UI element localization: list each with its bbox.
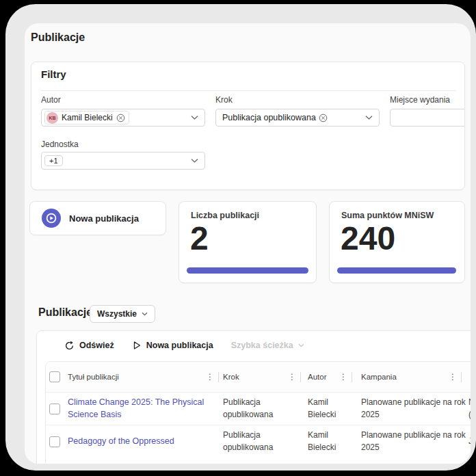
jednostka-label: Jednostka [41, 140, 79, 149]
row-checkbox[interactable] [49, 404, 60, 414]
krok-chip-label: Publikacja opublikowana [222, 113, 316, 122]
quick-path-button[interactable]: Szybka ścieżka [231, 341, 304, 350]
quick-path-label: Szybka ścieżka [231, 341, 293, 350]
autor-label: Autor [41, 95, 61, 105]
refresh-label: Odśwież [79, 341, 114, 350]
play-icon [132, 341, 142, 350]
autor-chip-label: Kamil Bielecki [62, 113, 113, 122]
table-footer-space [46, 458, 471, 464]
row-checkbox[interactable] [49, 436, 60, 447]
stat-label: Liczba publikacji [191, 211, 259, 220]
publication-link[interactable]: Pedagogy of the Oppressed [68, 435, 209, 447]
author-cell: Kamil Bielecki [301, 429, 352, 453]
accent-bar [337, 267, 456, 274]
table-header-row: Tytuł publikacji ⋮ Krok ⋮ Autor ⋮ Kampan… [46, 362, 471, 392]
dismiss-icon[interactable] [319, 114, 328, 122]
chevron-down-icon [298, 343, 304, 347]
step-cell: Publikacja opublikowana [219, 397, 301, 421]
divider [41, 90, 456, 91]
grid-section-title: Publikacje [38, 306, 92, 319]
column-header-step[interactable]: Krok ⋮ [219, 362, 301, 392]
krok-combobox[interactable]: Publikacja opublikowana [215, 109, 380, 127]
new-publication-label: Nowa publikacja [69, 213, 139, 224]
miejsce-wydania-label: Miejsce wydania [390, 95, 450, 105]
view-selector[interactable]: Wszystkie [90, 305, 155, 323]
chevron-down-icon[interactable] [191, 116, 198, 120]
stat-value: 2 [190, 221, 209, 257]
krok-chip[interactable]: Publikacja opublikowana [219, 113, 328, 122]
chevron-down-icon[interactable] [191, 159, 198, 163]
campaign-cell: Planowane publikacje na rok 2025 [352, 397, 462, 421]
stat-card-publication-count: Liczba publikacji 2 [178, 201, 317, 283]
avatar: KB [47, 112, 58, 124]
table-row[interactable]: Pedagogy of the Oppressed Publikacja opu… [46, 425, 471, 458]
refresh-icon [64, 341, 75, 351]
main-panel: Publikacje Filtry Autor KB Kamil Bieleck… [25, 23, 471, 464]
select-all-checkbox[interactable] [49, 371, 60, 382]
column-header-clipped [462, 362, 471, 392]
column-header-author[interactable]: Autor ⋮ [301, 362, 352, 392]
toolbar-new-publication-label: Nowa publikacja [146, 341, 213, 350]
publications-grid-card: Odśwież Nowa publikacja Szybka ścieżka [36, 330, 471, 464]
publications-table: Tytuł publikacji ⋮ Krok ⋮ Autor ⋮ Kampan… [45, 361, 471, 464]
column-header-title[interactable]: Tytuł publikacji ⋮ [64, 362, 219, 392]
publication-link[interactable]: Climate Change 2025: The Physical Scienc… [68, 396, 209, 421]
refresh-button[interactable]: Odśwież [64, 341, 114, 351]
autor-chip[interactable]: KB Kamil Bielecki [44, 111, 129, 124]
column-menu-icon[interactable]: ⋮ [284, 372, 300, 382]
jednostka-combobox[interactable]: +1 [41, 152, 205, 170]
column-menu-icon[interactable]: ⋮ [445, 372, 461, 382]
grid-toolbar: Odśwież Nowa publikacja Szybka ścieżka [37, 331, 304, 360]
stat-label: Suma punktów MNiSW [341, 211, 434, 220]
page-title: Publikacje [31, 31, 85, 44]
app-window: Publikacje Filtry Autor KB Kamil Bieleck… [5, 4, 476, 471]
filters-title: Filtry [41, 68, 66, 80]
dismiss-icon[interactable] [116, 114, 125, 122]
select-all-cell [46, 362, 64, 392]
author-cell: Kamil Bielecki [301, 397, 352, 421]
stat-value: 240 [341, 221, 395, 257]
column-menu-icon[interactable]: ⋮ [335, 372, 352, 382]
chevron-down-icon [142, 312, 148, 316]
step-cell: Publikacja opublikowana [219, 429, 301, 453]
chevron-down-icon[interactable] [365, 116, 373, 120]
play-circle-icon [42, 209, 61, 228]
accent-bar [187, 267, 308, 274]
clipped-cell: J [462, 436, 471, 447]
autor-combobox[interactable]: KB Kamil Bielecki [41, 109, 205, 127]
krok-label: Krok [215, 95, 233, 105]
stat-card-mnisw-points: Suma punktów MNiSW 240 [329, 201, 465, 283]
column-menu-icon[interactable]: ⋮ [202, 372, 218, 382]
toolbar-new-publication-button[interactable]: Nowa publikacja [132, 341, 213, 350]
new-publication-button[interactable]: Nowa publikacja [29, 201, 166, 235]
filters-card: Filtry Autor KB Kamil Bielecki Krok P [31, 62, 465, 190]
miejsce-wydania-input[interactable] [390, 109, 465, 127]
column-header-campaign[interactable]: Kampania ⋮ [352, 362, 462, 392]
table-row[interactable]: Climate Change 2025: The Physical Scienc… [46, 392, 471, 425]
view-selector-label: Wszystkie [97, 309, 137, 319]
campaign-cell: Planowane publikacje na rok 2025 [352, 429, 462, 453]
jednostka-count-badge[interactable]: +1 [44, 155, 63, 166]
clipped-cell: N ( [462, 397, 471, 421]
